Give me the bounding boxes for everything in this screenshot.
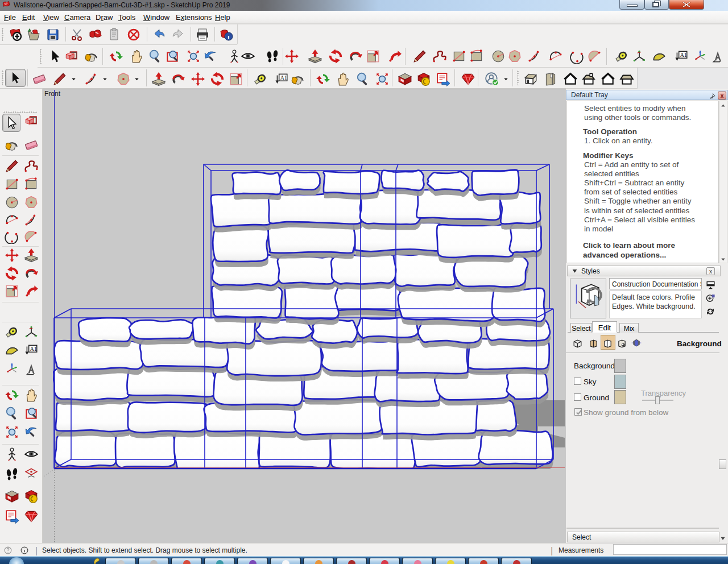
svg-text:A1: A1 xyxy=(30,346,37,352)
svg-text:Front: Front xyxy=(44,90,61,98)
svg-text:A1: A1 xyxy=(280,74,287,81)
svg-text:A1: A1 xyxy=(680,52,687,58)
